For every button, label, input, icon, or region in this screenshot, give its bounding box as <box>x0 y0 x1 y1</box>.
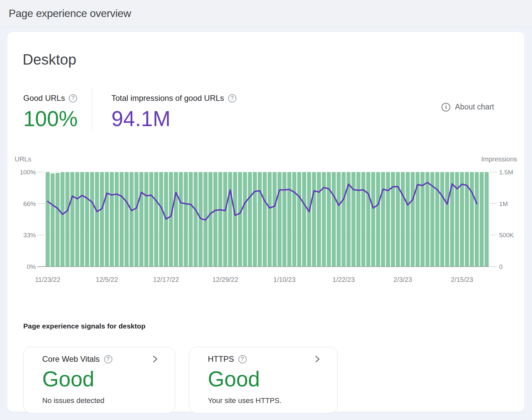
bar[interactable] <box>297 172 301 267</box>
bar[interactable] <box>95 172 99 267</box>
bar[interactable] <box>159 172 163 267</box>
bar[interactable] <box>189 172 193 267</box>
bar[interactable] <box>46 172 50 267</box>
help-icon[interactable]: ? <box>104 355 112 363</box>
bar[interactable] <box>485 172 489 267</box>
bar[interactable] <box>253 172 257 267</box>
bar[interactable] <box>233 172 237 267</box>
about-chart-button[interactable]: i About chart <box>442 103 494 111</box>
bar[interactable] <box>174 172 178 267</box>
left-axis-tick-label: 0% <box>27 263 36 270</box>
bar[interactable] <box>445 172 449 267</box>
bar[interactable] <box>90 172 94 267</box>
chart[interactable]: 100%1.5M66%1M33%500K0%0URLsImpressions11… <box>7 152 524 288</box>
bar[interactable] <box>312 172 316 267</box>
chevron-right-icon[interactable] <box>313 354 322 364</box>
bar[interactable] <box>440 172 444 267</box>
bar[interactable] <box>361 172 365 267</box>
bar[interactable] <box>184 172 188 267</box>
bar[interactable] <box>263 172 267 267</box>
bar[interactable] <box>208 172 212 267</box>
bar[interactable] <box>61 172 65 267</box>
bar[interactable] <box>401 172 405 267</box>
bar[interactable] <box>268 172 272 267</box>
https-description: Your site uses HTTPS. <box>208 396 282 405</box>
bar[interactable] <box>228 172 232 267</box>
bar[interactable] <box>105 172 109 267</box>
bar[interactable] <box>70 172 74 267</box>
right-axis-tick-label: 1M <box>499 200 508 207</box>
bar[interactable] <box>130 172 134 267</box>
bar[interactable] <box>179 172 183 267</box>
bar[interactable] <box>223 172 227 267</box>
bar[interactable] <box>134 172 138 267</box>
bar[interactable] <box>282 172 286 267</box>
bar[interactable] <box>213 172 217 267</box>
bar[interactable] <box>56 173 60 267</box>
help-icon[interactable]: ? <box>228 94 236 103</box>
bar[interactable] <box>386 172 390 267</box>
bar[interactable] <box>426 172 430 267</box>
bar[interactable] <box>248 172 252 267</box>
bar[interactable] <box>411 172 415 267</box>
bar[interactable] <box>139 172 143 267</box>
bar[interactable] <box>421 172 425 267</box>
bar[interactable] <box>144 172 148 267</box>
bar[interactable] <box>115 172 119 267</box>
bar[interactable] <box>51 173 55 267</box>
bar[interactable] <box>475 172 479 267</box>
bar[interactable] <box>341 172 345 267</box>
bar[interactable] <box>149 172 153 267</box>
chart-svg[interactable]: 100%1.5M66%1M33%500K0%0URLsImpressions11… <box>7 152 524 288</box>
bar[interactable] <box>243 172 247 267</box>
bar[interactable] <box>169 172 173 267</box>
bar[interactable] <box>258 172 262 267</box>
bar[interactable] <box>85 172 89 267</box>
bar[interactable] <box>292 172 296 267</box>
bar[interactable] <box>455 172 459 267</box>
bar[interactable] <box>218 172 222 267</box>
bar[interactable] <box>371 172 375 267</box>
bar[interactable] <box>356 172 360 267</box>
bar[interactable] <box>381 172 385 267</box>
help-icon[interactable]: ? <box>69 94 77 103</box>
help-icon[interactable]: ? <box>238 355 247 363</box>
bar[interactable] <box>317 172 321 267</box>
bar[interactable] <box>322 172 326 267</box>
right-axis-tick-label: 1.5M <box>499 169 513 176</box>
bar[interactable] <box>120 172 124 267</box>
bar[interactable] <box>287 172 291 267</box>
bar[interactable] <box>238 172 242 267</box>
bar[interactable] <box>75 172 79 267</box>
x-axis-date-label: 12/5/22 <box>96 276 118 283</box>
left-axis-tick-label: 66% <box>23 200 36 207</box>
bar[interactable] <box>332 172 336 267</box>
bar[interactable] <box>307 172 311 267</box>
core-web-vitals-card[interactable]: Core Web Vitals ? Good No issues detecte… <box>23 347 175 413</box>
stats-divider <box>92 89 92 130</box>
bar[interactable] <box>110 172 114 267</box>
bar[interactable] <box>480 172 484 267</box>
bar[interactable] <box>366 172 370 267</box>
bar[interactable] <box>376 172 380 267</box>
bar[interactable] <box>327 172 331 267</box>
bar[interactable] <box>100 172 104 267</box>
about-chart-label: About chart <box>455 103 494 111</box>
bar[interactable] <box>154 172 158 267</box>
bar[interactable] <box>66 172 69 267</box>
x-axis-date-label: 12/17/22 <box>153 276 179 283</box>
bar[interactable] <box>406 172 410 267</box>
bar[interactable] <box>435 172 439 267</box>
bar[interactable] <box>470 172 474 267</box>
https-card[interactable]: HTTPS ? Good Your site uses HTTPS. <box>189 347 337 413</box>
bar[interactable] <box>125 172 129 267</box>
bar[interactable] <box>351 172 355 267</box>
bar[interactable] <box>337 172 341 267</box>
bar[interactable] <box>278 172 282 267</box>
chevron-right-icon[interactable] <box>150 354 160 364</box>
bar[interactable] <box>302 172 306 267</box>
bar[interactable] <box>80 172 84 267</box>
bar[interactable] <box>194 172 198 267</box>
bar[interactable] <box>273 172 277 267</box>
good-urls-label: Good URLs <box>23 94 65 103</box>
